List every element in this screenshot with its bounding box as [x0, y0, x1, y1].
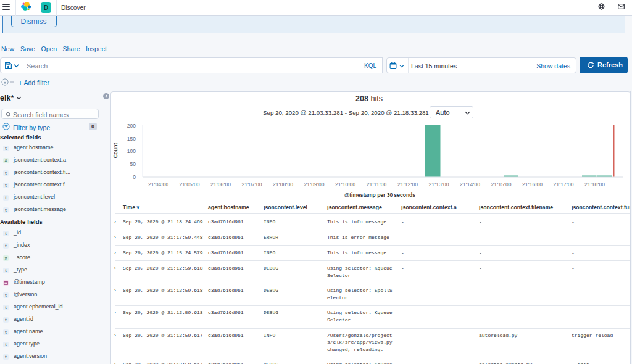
svg-text:21:09:00: 21:09:00	[304, 181, 324, 188]
svg-text:21:18:00: 21:18:00	[584, 181, 605, 188]
svg-text:21:06:00: 21:06:00	[210, 181, 231, 188]
svg-text:Count: Count	[112, 143, 118, 159]
svg-text:21:04:00: 21:04:00	[148, 181, 168, 188]
svg-text:21:05:00: 21:05:00	[179, 181, 199, 188]
svg-text:21:11:00: 21:11:00	[367, 181, 387, 188]
svg-text:21:12:00: 21:12:00	[397, 181, 418, 188]
svg-text:21:17:00: 21:17:00	[553, 181, 573, 188]
svg-text:0: 0	[133, 174, 136, 180]
svg-text:21:14:00: 21:14:00	[460, 181, 480, 188]
svg-text:21:10:00: 21:10:00	[335, 181, 356, 188]
svg-text:21:16:00: 21:16:00	[522, 181, 543, 188]
svg-text:50: 50	[130, 161, 136, 167]
svg-text:21:13:00: 21:13:00	[428, 181, 449, 188]
svg-text:@timestamp per 30 seconds: @timestamp per 30 seconds	[344, 192, 415, 198]
svg-text:100: 100	[127, 148, 136, 154]
svg-text:21:15:00: 21:15:00	[491, 181, 511, 188]
svg-text:21:08:00: 21:08:00	[273, 181, 293, 188]
svg-text:150: 150	[127, 136, 136, 142]
svg-text:21:07:00: 21:07:00	[241, 181, 262, 188]
svg-text:200: 200	[127, 123, 136, 129]
